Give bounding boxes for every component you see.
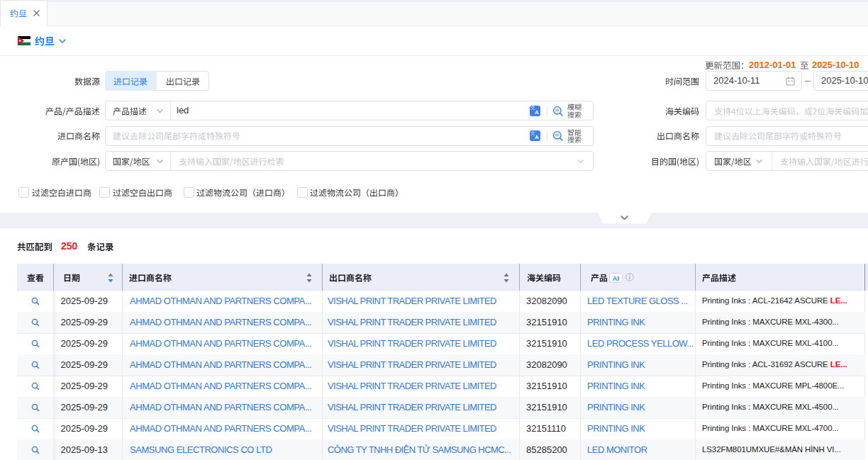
svg-text:AI: AI — [613, 274, 620, 281]
